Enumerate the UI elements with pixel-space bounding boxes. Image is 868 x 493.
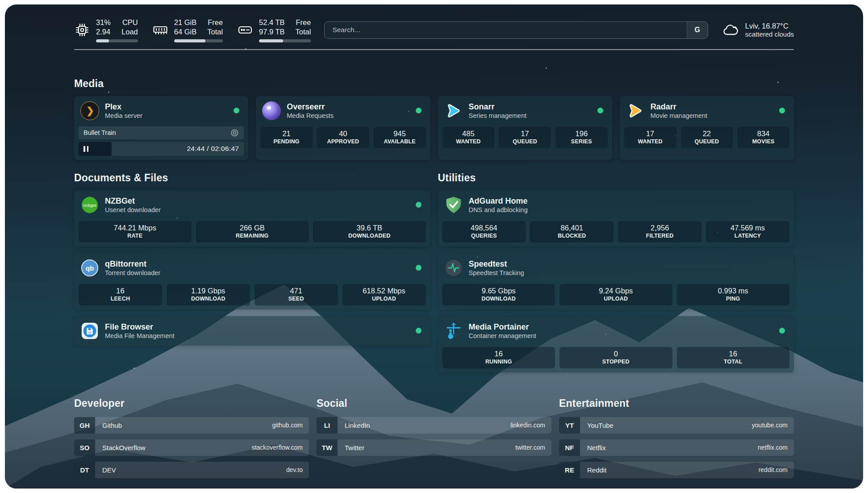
cpu-label-1: CPU	[121, 18, 138, 27]
stat-movies: 834MOVIES	[737, 127, 789, 148]
playback-progress-bar[interactable]: 24:44 / 02:06:47	[79, 142, 244, 156]
weather-widget[interactable]: Lviv, 16.87°C scattered clouds	[722, 21, 794, 39]
stat-download: 9.65 GbpsDOWNLOAD	[442, 284, 555, 305]
bookmark-abbr: NF	[559, 439, 580, 456]
service-subtitle: Media server	[105, 112, 142, 120]
cpu-label-2: Load	[121, 27, 138, 37]
bookmark-abbr: DT	[74, 462, 95, 478]
service-card-overseerr: Overseerr Media Requests 21PENDING 40APP…	[256, 96, 430, 160]
bookmark-linkedin[interactable]: LI LinkedIn linkedin.com	[317, 417, 551, 434]
svg-text:qb: qb	[86, 264, 94, 272]
adguard-link[interactable]: AdGuard Home DNS and adblocking	[442, 194, 790, 216]
cpu-icon	[74, 22, 90, 38]
section-title-developer: Developer	[74, 397, 309, 409]
bookmark-dev[interactable]: DT DEV dev.to	[74, 462, 309, 478]
bookmark-stackoverflow[interactable]: SO StackOverflow stackoverflow.com	[74, 439, 309, 456]
service-subtitle: Series management	[469, 112, 527, 120]
bookmark-domain: stackoverflow.com	[252, 444, 303, 451]
disk-progress-bar	[259, 39, 311, 42]
status-dot	[416, 328, 421, 334]
service-name: AdGuard Home	[469, 196, 528, 206]
stat-leech: 16LEECH	[79, 284, 162, 305]
speedtest-link[interactable]: Speedtest Speedtest Tracking	[442, 257, 790, 279]
stat-queued: 22QUEUED	[681, 127, 733, 148]
memory-label-2: Total	[207, 27, 223, 37]
disk-value-2: 97.9 TB	[259, 27, 284, 37]
bookmark-youtube[interactable]: YT YouTube youtube.com	[559, 417, 794, 434]
stat-upload: 618.52 MbpsUPLOAD	[342, 284, 426, 305]
adguard-icon	[444, 196, 463, 214]
memory-label-1: Free	[207, 18, 223, 27]
nzbget-link[interactable]: nzbget NZBGet Usenet downloader	[79, 194, 426, 216]
section-title-media: Media	[74, 78, 794, 90]
bookmark-abbr: RE	[559, 462, 580, 478]
now-playing-icon[interactable]	[230, 129, 239, 137]
disk-label-1: Free	[296, 18, 311, 27]
bookmark-abbr: LI	[317, 417, 338, 434]
service-name: File Browser	[105, 322, 175, 332]
playback-time: 24:44 / 02:06:47	[187, 145, 239, 153]
stat-download: 1.19 GbpsDOWNLOAD	[167, 284, 250, 305]
stat-series: 196SERIES	[555, 127, 608, 148]
top-bar: 31% CPU 2.94 Load	[74, 4, 794, 42]
service-subtitle: Speedtest Tracking	[469, 269, 524, 277]
plex-link[interactable]: ❯ Plex Media server	[79, 100, 244, 121]
stat-running: 16RUNNING	[442, 347, 555, 368]
memory-progress-bar	[174, 39, 223, 42]
bookmark-twitter[interactable]: TW Twitter twitter.com	[317, 439, 551, 456]
overseerr-icon	[262, 101, 281, 120]
service-subtitle: Container management	[469, 332, 537, 340]
status-dot	[597, 108, 603, 113]
bookmark-abbr: SO	[74, 439, 95, 456]
disk-icon	[237, 22, 253, 38]
stat-available: 945AVAILABLE	[374, 127, 426, 148]
service-card-portainer: Media Portainer Container management 16R…	[438, 316, 794, 372]
bookmark-label: StackOverflow	[102, 444, 146, 451]
stat-pending: 21PENDING	[260, 127, 313, 148]
bookmark-abbr: GH	[74, 417, 95, 434]
stat-wanted: 485WANTED	[442, 127, 495, 148]
service-name: Plex	[105, 102, 142, 112]
sonarr-link[interactable]: Sonarr Series management	[442, 100, 608, 121]
section-title-utilities: Utilities	[438, 172, 794, 184]
service-subtitle: DNS and adblocking	[469, 206, 528, 214]
cpu-value-1: 31%	[96, 18, 111, 27]
dashboard-frame: 31% CPU 2.94 Load	[5, 4, 863, 489]
bookmark-reddit[interactable]: RE Reddit reddit.com	[559, 462, 794, 478]
search-provider-button[interactable]: G	[687, 22, 708, 38]
radarr-link[interactable]: Radarr Movie management	[624, 100, 789, 121]
bookmark-domain: github.com	[272, 422, 303, 429]
svg-text:nzbget: nzbget	[83, 203, 96, 208]
bookmark-label: Github	[102, 422, 122, 429]
pause-button[interactable]	[83, 146, 88, 152]
filebrowser-link[interactable]: File Browser Media File Management	[79, 320, 426, 342]
service-card-sonarr: Sonarr Series management 485WANTED 17QUE…	[438, 96, 612, 160]
search-input[interactable]	[325, 22, 686, 38]
now-playing-title: Bullet Train	[83, 129, 116, 136]
bookmark-domain: netflix.com	[758, 444, 788, 451]
service-name: qBittorrent	[105, 259, 160, 269]
portainer-link[interactable]: Media Portainer Container management	[442, 320, 790, 342]
service-subtitle: Movie management	[651, 112, 707, 120]
status-dot	[234, 108, 239, 113]
disk-value-1: 52.4 TB	[259, 18, 284, 27]
memory-icon	[152, 22, 168, 38]
service-name: Speedtest	[469, 259, 524, 269]
service-name: Media Portainer	[469, 322, 537, 332]
status-dot	[416, 108, 421, 113]
stat-approved: 40APPROVED	[317, 127, 369, 148]
service-subtitle: Torrent downloader	[105, 269, 160, 277]
bookmark-domain: reddit.com	[759, 466, 788, 473]
status-dot	[779, 108, 785, 113]
speedtest-icon	[444, 259, 463, 277]
search-bar: G	[324, 21, 708, 39]
qbittorrent-link[interactable]: qb qBittorrent Torrent downloader	[79, 257, 426, 279]
bookmark-netflix[interactable]: NF Netflix netflix.com	[559, 439, 794, 456]
bookmark-github[interactable]: GH Github github.com	[74, 417, 309, 434]
system-resources: 31% CPU 2.94 Load	[74, 18, 311, 42]
overseerr-link[interactable]: Overseerr Media Requests	[260, 100, 426, 121]
service-card-speedtest: Speedtest Speedtest Tracking 9.65 GbpsDO…	[438, 253, 794, 309]
service-card-qbittorrent: qb qBittorrent Torrent downloader 16LEEC…	[74, 253, 430, 309]
cloud-icon	[722, 21, 739, 39]
weather-condition: scattered clouds	[745, 30, 794, 38]
